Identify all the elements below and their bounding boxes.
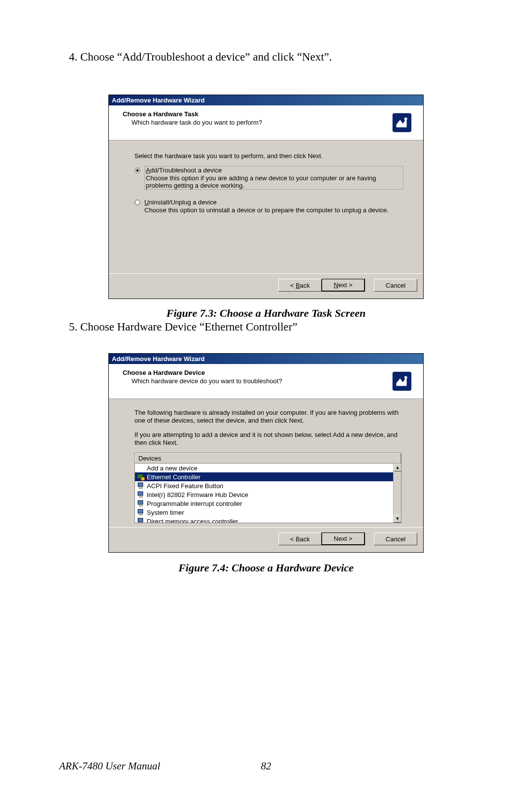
wizard-header-subtitle: Which hardware task do you want to perfo…	[132, 119, 262, 126]
radio-uninstall-unplug[interactable]: Uninstall/Unplug a device Choose this op…	[134, 199, 403, 214]
svg-rect-12	[138, 492, 143, 496]
scroll-up-icon[interactable]: ▲	[394, 464, 401, 471]
wizard-body: Select the hardware task you want to per…	[109, 140, 423, 273]
svg-rect-17	[139, 514, 143, 515]
svg-rect-14	[138, 500, 143, 504]
radio-description: Choose this option to uninstall a device…	[144, 206, 403, 214]
list-item[interactable]: Add a new device	[135, 464, 401, 472]
svg-rect-18	[138, 518, 143, 522]
wizard-hardware-device: Add/Remove Hardware Wizard Choose a Hard…	[108, 353, 424, 553]
svg-text:!: !	[142, 477, 143, 480]
list-item[interactable]: Direct memory access controller	[135, 517, 401, 523]
list-item[interactable]: ACPI Fixed Feature Button	[135, 481, 401, 490]
step-5-text: 5. Choose Hardware Device “Ethernet Cont…	[69, 321, 463, 333]
computer-icon	[137, 508, 145, 516]
footer-manual-name: ARK-7480 User Manual	[59, 760, 160, 772]
svg-point-4	[135, 200, 140, 205]
scroll-down-icon[interactable]: ▼	[394, 515, 401, 523]
svg-rect-10	[138, 483, 143, 487]
radio-label: Add/Troubleshoot a device	[146, 166, 402, 174]
wizard-hardware-task: Add/Remove Hardware Wizard Choose a Hard…	[108, 95, 424, 299]
back-button[interactable]: < Back	[278, 532, 322, 545]
svg-point-3	[136, 169, 139, 172]
figure-7-3-caption: Figure 7.3: Choose a Hardware Task Scree…	[69, 307, 463, 320]
radio-description: Choose this option if you are adding a n…	[146, 174, 402, 189]
figure-7-4-caption: Figure 7.4: Choose a Hardware Device	[69, 562, 463, 574]
list-item[interactable]: ! Ethernet Controller	[135, 472, 401, 481]
svg-point-6	[404, 376, 407, 379]
device-list-body[interactable]: Add a new device ! Ethernet Controller A…	[134, 463, 401, 523]
device-item-label: System timer	[147, 509, 184, 516]
radio-selected-icon	[134, 167, 140, 173]
cancel-button[interactable]: Cancel	[374, 279, 417, 292]
device-list-header: Devices	[134, 453, 401, 463]
wizard-button-row: < Back Next > Cancel	[109, 273, 423, 299]
svg-rect-11	[139, 488, 143, 489]
wizard-header: Choose a Hardware Device Which hardware …	[109, 364, 423, 399]
step-4-text: 4. Choose “Add/Troubleshoot a device” an…	[69, 49, 463, 65]
hardware-wizard-icon	[390, 369, 414, 394]
hardware-wizard-icon	[390, 110, 414, 135]
list-item[interactable]: Intel(r) 82802 Firmware Hub Device	[135, 490, 401, 499]
wizard-body: The following hardware is already instal…	[109, 399, 423, 527]
svg-rect-13	[139, 497, 143, 498]
list-item[interactable]: System timer	[135, 508, 401, 517]
wizard-title-bar: Add/Remove Hardware Wizard	[109, 95, 423, 105]
radio-label: Uninstall/Unplug a device	[144, 199, 403, 206]
computer-icon	[137, 517, 145, 523]
blank-icon	[137, 464, 145, 472]
device-item-label: ACPI Fixed Feature Button	[147, 482, 223, 490]
device-item-label: Intel(r) 82802 Firmware Hub Device	[147, 491, 248, 498]
device-item-label: Ethernet Controller	[147, 473, 200, 481]
wizard-header-subtitle: Which hardware device do you want to tro…	[132, 377, 282, 385]
cancel-button[interactable]: Cancel	[374, 532, 417, 545]
radio-add-troubleshoot[interactable]: Add/Troubleshoot a device Choose this op…	[134, 166, 403, 190]
svg-rect-16	[138, 509, 143, 513]
device-item-label: Programmable interrupt controller	[147, 500, 242, 507]
devices-column-header[interactable]: Devices	[135, 453, 401, 463]
svg-rect-15	[139, 505, 143, 506]
network-card-warning-icon: !	[137, 473, 145, 481]
computer-icon	[137, 499, 145, 507]
next-button[interactable]: Next >	[322, 279, 365, 292]
radio-unselected-icon	[134, 199, 140, 205]
list-item[interactable]: Programmable interrupt controller	[135, 499, 401, 508]
footer-page-number: 82	[261, 760, 271, 772]
page-footer: ARK-7480 User Manual 82	[0, 760, 532, 772]
wizard-title-bar: Add/Remove Hardware Wizard	[109, 354, 423, 364]
computer-icon	[137, 491, 145, 498]
back-button[interactable]: < Back	[278, 279, 322, 292]
wizard-paragraph-2: If you are attempting to add a device an…	[134, 431, 401, 447]
svg-point-1	[404, 118, 407, 121]
wizard-paragraph-1: The following hardware is already instal…	[134, 409, 401, 425]
device-item-label: Add a new device	[147, 465, 198, 472]
next-button[interactable]: Next >	[322, 532, 365, 545]
device-item-label: Direct memory access controller	[147, 518, 238, 524]
wizard-header: Choose a Hardware Task Which hardware ta…	[109, 105, 423, 140]
wizard-button-row: < Back Next > Cancel	[109, 527, 423, 552]
wizard-header-title: Choose a Hardware Device	[123, 369, 282, 376]
computer-icon	[137, 482, 145, 490]
wizard-instruction: Select the hardware task you want to per…	[134, 152, 403, 160]
device-list: Devices Add a new device ! Ethernet Cont…	[134, 453, 401, 523]
scrollbar[interactable]: ▲ ▼	[393, 464, 401, 523]
wizard-header-title: Choose a Hardware Task	[123, 110, 262, 118]
